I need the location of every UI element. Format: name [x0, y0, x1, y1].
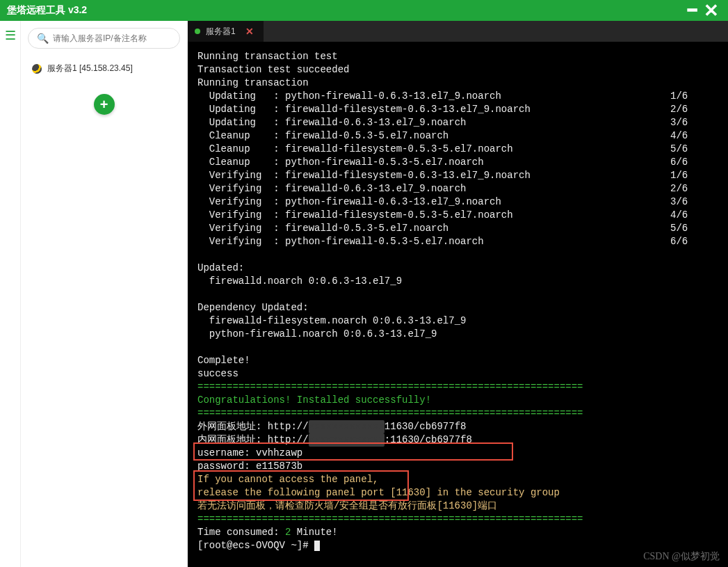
menu-icon[interactable]: ☰ — [5, 28, 16, 43]
search-input[interactable] — [53, 33, 171, 43]
sidebar: 🔍 服务器1 [45.158.23.45] + — [21, 21, 188, 567]
cursor-icon — [314, 541, 320, 551]
tab-label: 服务器1 — [206, 26, 236, 38]
status-dot-icon — [195, 29, 200, 34]
tab-bar: 服务器1 ✕ — [188, 21, 728, 42]
watermark: CSDN @似梦初觉 — [643, 550, 720, 563]
terminal-text: Running transaction test Transaction tes… — [197, 50, 718, 552]
close-icon[interactable]: ✕ — [702, 1, 721, 20]
title-bar: 堡塔远程工具 v3.2 ━ ✕ — [0, 0, 728, 21]
terminal-area: 服务器1 ✕ Running transaction test Transact… — [188, 21, 728, 567]
app-title: 堡塔远程工具 v3.2 — [7, 4, 87, 17]
tab-close-icon[interactable]: ✕ — [245, 26, 254, 37]
add-server-button[interactable]: + — [94, 94, 115, 115]
search-icon: 🔍 — [37, 33, 49, 44]
terminal-tab[interactable]: 服务器1 ✕ — [188, 21, 264, 42]
search-box[interactable]: 🔍 — [28, 28, 180, 49]
terminal-output[interactable]: Running transaction test Transaction tes… — [188, 42, 728, 567]
left-gutter: ☰ — [0, 21, 21, 567]
server-label: 服务器1 [45.158.23.45] — [47, 63, 133, 74]
server-list-item[interactable]: 服务器1 [45.158.23.45] — [28, 57, 180, 80]
linux-icon — [32, 64, 42, 74]
minimize-icon[interactable]: ━ — [682, 1, 702, 20]
